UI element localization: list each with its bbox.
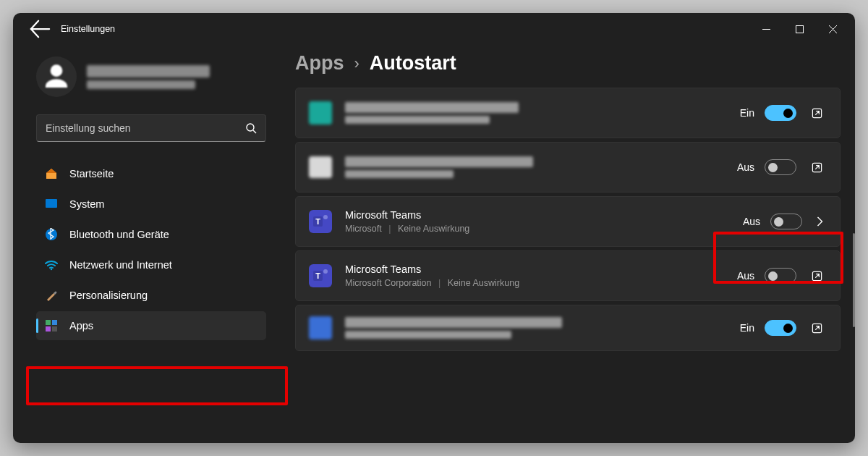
bluetooth-icon xyxy=(45,228,58,241)
svg-rect-6 xyxy=(52,320,57,325)
breadcrumb-current: Autostart xyxy=(370,52,456,75)
sidebar-item-label: Netzwerk und Internet xyxy=(69,259,172,271)
app-icon: T xyxy=(309,264,332,287)
maximize-button[interactable] xyxy=(783,13,816,45)
toggle-label: Aus xyxy=(737,161,754,173)
minimize-button[interactable] xyxy=(749,13,783,45)
app-name: Microsoft Teams xyxy=(345,209,730,221)
close-button[interactable] xyxy=(816,13,849,45)
search-icon xyxy=(245,122,257,134)
startup-app-row: Aus xyxy=(295,142,841,193)
app-meta: Microsoft | Keine Auswirkung xyxy=(345,224,730,234)
wifi-icon xyxy=(45,258,58,271)
profile-email xyxy=(87,80,195,89)
sidebar-item-label: System xyxy=(69,198,104,210)
sidebar-item-apps[interactable]: Apps xyxy=(36,311,266,340)
back-button[interactable] xyxy=(29,18,51,40)
minimize-icon xyxy=(762,25,770,33)
startup-toggle[interactable] xyxy=(765,159,796,175)
teams-icon: T xyxy=(309,264,332,287)
open-external-icon xyxy=(812,323,822,334)
toggle-label: Ein xyxy=(740,322,754,334)
startup-toggle[interactable] xyxy=(765,268,796,284)
window-title: Einstellungen xyxy=(61,24,115,34)
open-external-icon xyxy=(812,271,822,282)
svg-text:T: T xyxy=(315,271,320,280)
person-icon xyxy=(42,62,71,91)
profile-section[interactable] xyxy=(36,52,266,110)
startup-apps-list: Ein Aus xyxy=(295,88,841,351)
profile-name xyxy=(87,65,210,77)
sidebar: Startseite System Bluetooth und Geräte xyxy=(13,45,279,443)
sidebar-item-bluetooth[interactable]: Bluetooth und Geräte xyxy=(36,220,266,249)
app-name xyxy=(345,317,562,328)
startup-app-row-teams: T Microsoft Teams Microsoft | Keine Ausw… xyxy=(295,196,841,247)
chevron-right-icon xyxy=(816,216,824,227)
app-icon: T xyxy=(309,210,332,233)
open-external-icon xyxy=(812,108,822,119)
startup-toggle[interactable] xyxy=(770,214,802,229)
toggle-label: Aus xyxy=(743,216,760,227)
monitor-icon xyxy=(45,198,58,211)
svg-point-14 xyxy=(323,215,328,219)
toggle-label: Ein xyxy=(740,107,754,119)
settings-window: Einstellungen xyxy=(13,13,855,443)
teams-icon: T xyxy=(309,210,332,233)
svg-rect-5 xyxy=(46,320,51,325)
avatar xyxy=(36,56,77,97)
open-app-button[interactable] xyxy=(807,103,827,123)
sidebar-item-label: Bluetooth und Geräte xyxy=(69,229,169,240)
content-area: Apps › Autostart Ein xyxy=(279,45,855,443)
app-icon xyxy=(309,156,332,178)
nav-list: Startseite System Bluetooth und Geräte xyxy=(36,159,266,340)
svg-rect-7 xyxy=(46,326,51,332)
arrow-left-icon xyxy=(29,18,51,40)
sidebar-item-label: Startseite xyxy=(69,168,114,180)
scrollbar[interactable] xyxy=(853,233,855,327)
open-app-button[interactable] xyxy=(807,266,827,286)
house-icon xyxy=(45,167,58,180)
breadcrumb: Apps › Autostart xyxy=(295,48,841,75)
svg-rect-2 xyxy=(46,199,57,208)
search-input[interactable] xyxy=(46,122,245,134)
sidebar-item-network[interactable]: Netzwerk und Internet xyxy=(36,250,266,279)
toggle-label: Aus xyxy=(737,270,754,282)
app-publisher xyxy=(345,116,490,124)
startup-app-row: Ein xyxy=(295,88,841,138)
app-icon xyxy=(309,101,332,124)
svg-text:T: T xyxy=(315,217,320,226)
startup-app-row-teams: T Microsoft Teams Microsoft Corporation … xyxy=(295,250,841,301)
app-name: Microsoft Teams xyxy=(345,263,724,275)
breadcrumb-parent[interactable]: Apps xyxy=(295,52,344,75)
svg-point-4 xyxy=(51,269,52,270)
brush-icon xyxy=(45,289,58,302)
app-publisher xyxy=(345,170,454,178)
expand-button[interactable] xyxy=(812,216,827,227)
close-icon xyxy=(829,25,837,33)
titlebar: Einstellungen xyxy=(13,13,855,45)
startup-toggle[interactable] xyxy=(765,105,796,121)
startup-toggle[interactable] xyxy=(765,320,796,336)
svg-rect-8 xyxy=(52,326,57,332)
open-app-button[interactable] xyxy=(807,157,827,177)
app-icon xyxy=(309,316,332,339)
apps-icon xyxy=(45,319,58,332)
app-meta: Microsoft Corporation | Keine Auswirkung xyxy=(345,278,724,288)
sidebar-item-personalization[interactable]: Personalisierung xyxy=(36,281,266,310)
app-publisher xyxy=(345,331,511,339)
search-box[interactable] xyxy=(36,114,266,142)
svg-point-1 xyxy=(247,124,254,131)
app-name xyxy=(345,102,519,113)
maximize-icon xyxy=(796,25,804,33)
sidebar-item-system[interactable]: System xyxy=(36,190,266,219)
svg-rect-0 xyxy=(796,25,803,33)
open-external-icon xyxy=(812,162,822,173)
sidebar-item-label: Apps xyxy=(69,320,93,332)
startup-app-row: Ein xyxy=(295,305,841,351)
app-name xyxy=(345,156,533,167)
svg-point-18 xyxy=(323,269,328,274)
chevron-right-icon: › xyxy=(354,54,359,73)
open-app-button[interactable] xyxy=(807,318,827,338)
sidebar-item-label: Personalisierung xyxy=(69,290,148,301)
sidebar-item-home[interactable]: Startseite xyxy=(36,159,266,188)
